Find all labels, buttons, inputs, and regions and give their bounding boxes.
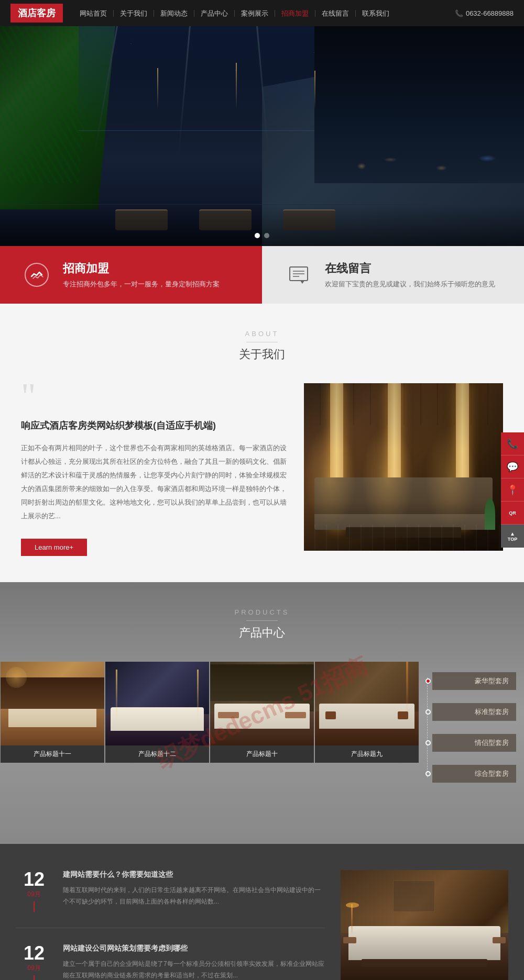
products-header: PRODUCTS 产品中心 xyxy=(0,608,524,641)
news-month-2: 09月 xyxy=(16,964,52,973)
float-phone-btn[interactable]: 📞 xyxy=(501,432,524,455)
floor xyxy=(0,204,524,246)
product-img-1 xyxy=(1,662,104,745)
logo[interactable]: 酒店客房 xyxy=(10,4,63,23)
room-type-dot-1 xyxy=(425,678,431,684)
guestbook-text: 在线留言 欢迎留下宝贵的意见或建议，我们始终乐于倾听您的意见 xyxy=(325,261,495,289)
float-qr-btn[interactable]: QR xyxy=(501,502,524,525)
news-title-1[interactable]: 建网站需要什么？你需要知道这些 xyxy=(63,870,325,879)
about-title: 响应式酒店客房类网站织梦模板(自适应手机端) xyxy=(21,419,288,432)
news-content-2: 网站建设公司网站策划需要考虑到哪些 建立一个属于自己的企业网站是绕了7每一个标准… xyxy=(63,944,325,980)
nav-guestbook[interactable]: 在线留言 xyxy=(315,10,356,17)
handshake-icon xyxy=(24,262,50,288)
news-title-2[interactable]: 网站建设公司网站策划需要考虑到哪些 xyxy=(63,944,325,953)
about-section: ABOUT 关于我们 " 响应式酒店客房类网站织梦模板(自适应手机端) 正如不会… xyxy=(0,304,524,582)
main-nav: 网站首页 关于我们 新闻动态 产品中心 案例展示 招商加盟 在线留言 联系我们 xyxy=(73,10,444,17)
room-type-dot-3 xyxy=(425,740,431,745)
news-date-2: 12 09月 xyxy=(16,944,52,980)
nav-contact[interactable]: 联系我们 xyxy=(356,10,396,17)
product-img-3 xyxy=(210,662,314,745)
timeline-line xyxy=(427,677,428,777)
room-type-1[interactable]: 豪华型套房 xyxy=(432,672,516,690)
room-type-4[interactable]: 综合型套房 xyxy=(432,765,516,783)
room-type-2[interactable]: 标准型套房 xyxy=(432,703,516,721)
about-quote-mark: " xyxy=(21,383,288,409)
about-en-label: ABOUT xyxy=(0,330,524,338)
plant-vase xyxy=(485,498,495,530)
header: 酒店客房 网站首页 关于我们 新闻动态 产品中心 案例展示 招商加盟 在线留言 … xyxy=(0,0,524,26)
products-layout: 产品标题十一 产品标题十二 xyxy=(0,662,524,793)
promo-franchise[interactable]: 招商加盟 专注招商外包多年，一对一服务，量身定制招商方案 xyxy=(0,246,262,304)
guestbook-title: 在线留言 xyxy=(325,261,495,276)
nav-news[interactable]: 新闻动态 xyxy=(154,10,194,17)
product-img-2 xyxy=(105,662,209,745)
news-dot-line-1 xyxy=(34,901,35,912)
float-message-btn[interactable]: 💬 xyxy=(501,455,524,478)
light-3 xyxy=(314,71,315,110)
product-card-4[interactable]: 产品标题九 xyxy=(315,662,419,793)
room-type-label-1: 豪华型套房 xyxy=(475,677,509,685)
news-list: 12 09月 建网站需要什么？你需要知道这些 随着互联网时代的来到，人们的日常生… xyxy=(16,870,325,980)
news-month-1: 09月 xyxy=(16,890,52,899)
about-hotel-image xyxy=(304,383,503,551)
guestbook-icon xyxy=(283,259,314,291)
product-label-3: 产品标题十 xyxy=(210,745,314,763)
guestbook-desc: 欢迎留下宝贵的意见或建议，我们始终乐于倾听您的意见 xyxy=(325,280,495,289)
about-desc: 正如不会有两片相同的叶子，这个世界也不会有两家相同的英雄格酒店。每一家酒店的设计… xyxy=(21,441,288,523)
news-date-1: 12 09月 xyxy=(16,870,52,912)
product-label-1: 产品标题十一 xyxy=(1,745,104,763)
about-header: ABOUT 关于我们 xyxy=(0,330,524,362)
nav-about[interactable]: 关于我们 xyxy=(114,10,154,17)
promo-guestbook[interactable]: 在线留言 欢迎留下宝贵的意见或建议，我们始终乐于倾听您的意见 xyxy=(262,246,524,304)
news-section: 12 09月 建网站需要什么？你需要知道这些 随着互联网时代的来到，人们的日常生… xyxy=(0,844,524,980)
about-content: " 响应式酒店客房类网站织梦模板(自适应手机端) 正如不会有两片相同的叶子，这个… xyxy=(5,383,519,556)
phone-icon: 📞 xyxy=(455,9,463,17)
news-item-1: 12 09月 建网站需要什么？你需要知道这些 随着互联网时代的来到，人们的日常生… xyxy=(16,870,325,928)
about-divider xyxy=(246,342,278,342)
message-icon xyxy=(286,262,312,288)
about-image-area xyxy=(304,383,503,551)
franchise-title: 招商加盟 xyxy=(63,261,220,276)
product-card-1[interactable]: 产品标题十一 xyxy=(1,662,104,793)
float-location-btn[interactable]: 📍 xyxy=(501,478,524,502)
room-type-label-2: 标准型套房 xyxy=(475,708,509,716)
room-type-3[interactable]: 情侣型套房 xyxy=(432,734,516,752)
room-type-dot-4 xyxy=(425,771,431,776)
room-type-dot-2 xyxy=(425,709,431,715)
depth-overlay xyxy=(304,383,503,551)
news-day-2: 12 xyxy=(16,944,52,963)
dot-2[interactable] xyxy=(264,233,269,238)
product-label-2: 产品标题十二 xyxy=(105,745,209,763)
product-card-2[interactable]: 产品标题十二 xyxy=(105,662,209,793)
city-lights xyxy=(330,152,514,204)
float-buttons: 📞 💬 📍 QR ▲ TOP xyxy=(501,432,524,548)
learn-more-button[interactable]: Learn more+ xyxy=(21,539,87,556)
products-divider xyxy=(246,620,278,621)
product-img-4 xyxy=(315,662,419,745)
phone-area: 📞 0632-66889888 xyxy=(455,9,514,17)
product-card-3[interactable]: 产品标题十 xyxy=(210,662,314,793)
products-en-label: PRODUCTS xyxy=(0,608,524,616)
franchise-icon xyxy=(21,259,52,291)
float-top-btn[interactable]: ▲ TOP xyxy=(501,525,524,548)
nav-products[interactable]: 产品中心 xyxy=(194,10,235,17)
about-text-area: " 响应式酒店客房类网站织梦模板(自适应手机端) 正如不会有两片相同的叶子，这个… xyxy=(21,383,288,556)
dot-1[interactable] xyxy=(255,233,260,238)
news-dot-line-2 xyxy=(34,975,35,980)
news-featured: / 2018-09-12 网站维护对于企业来说具有哪些重要性 企业官网建设成功之… xyxy=(341,870,508,980)
banner-dots xyxy=(255,233,269,238)
nav-home[interactable]: 网站首页 xyxy=(73,10,114,17)
room-type-label-4: 综合型套房 xyxy=(475,770,509,777)
news-day-1: 12 xyxy=(16,870,52,889)
news-content-1: 建网站需要什么？你需要知道这些 随着互联网时代的来到，人们的日常生活越来越离不开… xyxy=(63,870,325,912)
product-cards-area: 产品标题十一 产品标题十二 xyxy=(0,662,419,793)
news-item-2: 12 09月 网站建设公司网站策划需要考虑到哪些 建立一个属于自己的企业网站是绕… xyxy=(16,944,325,980)
room-type-label-3: 情侣型套房 xyxy=(475,739,509,747)
news-featured-image[interactable] xyxy=(341,870,508,980)
nav-cases[interactable]: 案例展示 xyxy=(235,10,275,17)
room-types-panel: 豪华型套房 标准型套房 情侣型套房 综合型套房 xyxy=(419,662,524,793)
promo-strip: 招商加盟 专注招商外包多年，一对一服务，量身定制招商方案 在线留言 欢迎留下宝贵… xyxy=(0,246,524,304)
phone-number: 0632-66889888 xyxy=(466,9,514,17)
nav-franchise[interactable]: 招商加盟 xyxy=(275,10,315,17)
products-zh-label: 产品中心 xyxy=(0,625,524,641)
